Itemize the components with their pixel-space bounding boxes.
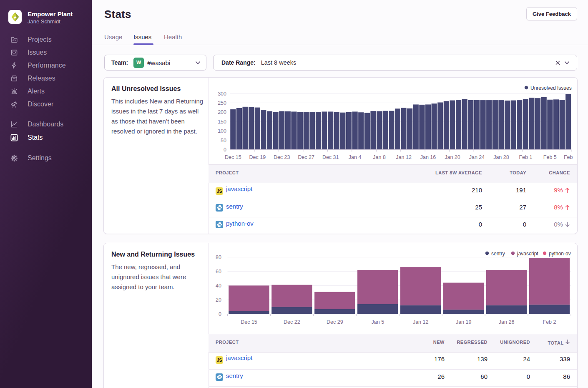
svg-text:Feb 5: Feb 5 xyxy=(543,154,557,160)
svg-text:Dec 15: Dec 15 xyxy=(225,154,241,160)
svg-text:Jan 24: Jan 24 xyxy=(469,154,485,160)
svg-text:Jan 26: Jan 26 xyxy=(499,319,515,325)
svg-text:80: 80 xyxy=(216,254,221,260)
svg-text:Dec 29: Dec 29 xyxy=(327,319,343,325)
svg-text:Jan 19: Jan 19 xyxy=(456,319,472,325)
svg-text:python-ov: python-ov xyxy=(549,251,571,257)
svg-text:Feb 1: Feb 1 xyxy=(519,154,532,160)
svg-text:0: 0 xyxy=(219,311,221,317)
svg-text:60: 60 xyxy=(216,269,221,275)
svg-text:40: 40 xyxy=(216,283,221,289)
svg-text:300: 300 xyxy=(218,91,226,97)
svg-text:Dec 23: Dec 23 xyxy=(274,154,290,160)
svg-text:Jan 4: Jan 4 xyxy=(349,154,362,160)
svg-text:20: 20 xyxy=(216,297,221,303)
svg-text:Dec 15: Dec 15 xyxy=(241,319,257,325)
svg-text:250: 250 xyxy=(218,100,226,106)
svg-text:Jan 28: Jan 28 xyxy=(493,154,509,160)
svg-text:100: 100 xyxy=(218,128,226,134)
svg-text:Feb: Feb xyxy=(564,154,573,160)
svg-text:Jan 5: Jan 5 xyxy=(372,319,384,325)
svg-text:sentry: sentry xyxy=(491,251,505,257)
svg-text:Jan 12: Jan 12 xyxy=(413,319,429,325)
svg-text:Dec 27: Dec 27 xyxy=(298,154,314,160)
svg-text:Feb 2: Feb 2 xyxy=(543,319,556,325)
svg-text:150: 150 xyxy=(218,119,226,125)
svg-text:Jan 8: Jan 8 xyxy=(373,154,386,160)
svg-text:Unresolved Issues: Unresolved Issues xyxy=(530,85,572,91)
svg-text:Dec 19: Dec 19 xyxy=(249,154,266,160)
svg-text:50: 50 xyxy=(221,138,226,144)
svg-text:Jan 16: Jan 16 xyxy=(420,154,436,160)
svg-text:Dec 22: Dec 22 xyxy=(284,319,300,325)
svg-text:200: 200 xyxy=(218,109,226,115)
svg-text:Dec 31: Dec 31 xyxy=(322,154,339,160)
svg-text:javascript: javascript xyxy=(517,251,538,257)
svg-text:0: 0 xyxy=(224,147,226,153)
svg-text:Jan 20: Jan 20 xyxy=(445,154,460,160)
svg-text:Jan 12: Jan 12 xyxy=(396,154,412,160)
